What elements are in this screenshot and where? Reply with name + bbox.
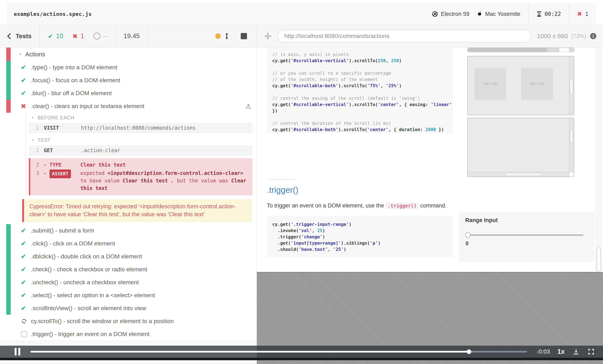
test-row[interactable]: ✔ .select() - select an option in a <sel… bbox=[0, 289, 257, 302]
test-label: .uncheck() - uncheck a checkbox element bbox=[31, 279, 139, 286]
duration-section: 19.45 bbox=[116, 25, 148, 47]
pause-button[interactable] bbox=[15, 348, 22, 355]
app-scrollbar-thumb[interactable] bbox=[597, 248, 601, 271]
horizontal-scrollbar-fragment[interactable] bbox=[467, 48, 575, 52]
test-section-header[interactable]: ▼ TEST bbox=[26, 136, 253, 145]
x-icon: ✖ bbox=[72, 33, 78, 40]
range-input-card: Range Input 0 bbox=[459, 212, 594, 262]
horizontal-scrollbar-thumb[interactable] bbox=[505, 173, 542, 176]
test-state-icon: ✔ bbox=[21, 266, 31, 273]
command-dash: - bbox=[43, 161, 49, 169]
refresh-icon bbox=[21, 318, 27, 324]
viewport-scale: (73%) bbox=[571, 33, 586, 39]
test-label: .clear() - clears an input or textarea e… bbox=[31, 103, 144, 110]
spec-name: examples/actions.spec.js bbox=[14, 11, 92, 17]
failed-test-detail: ▼ BEFORE EACH 1 VISIT http://localhost:8… bbox=[25, 113, 253, 196]
failure-count: ✖ 1 bbox=[569, 3, 596, 25]
fullscreen-button[interactable] bbox=[588, 348, 595, 355]
test-state-icon: ✔ bbox=[21, 253, 31, 260]
test-row[interactable]: ✔ .check() - check a checkbox or radio e… bbox=[0, 263, 257, 276]
command-number: 1 bbox=[29, 125, 44, 131]
os-info: Mac Yosemite bbox=[477, 11, 520, 17]
demo-square: 100 x 100 bbox=[521, 68, 553, 100]
test-label: .dblclick() - double click on a DOM elem… bbox=[31, 253, 142, 260]
command-name: TYPE bbox=[49, 161, 80, 169]
test-row[interactable]: ✔ .dblclick() - double click on a DOM el… bbox=[0, 250, 257, 263]
pending-box-icon bbox=[21, 331, 27, 337]
range-slider[interactable] bbox=[465, 232, 583, 238]
test-row[interactable]: ✔ .scrollIntoView() - scroll an element … bbox=[0, 302, 257, 315]
selector-playground-icon[interactable] bbox=[264, 32, 272, 41]
test-state-icon: ✔ bbox=[21, 227, 31, 234]
apple-icon bbox=[477, 11, 482, 17]
test-label: .scrollIntoView() - scroll an element in… bbox=[31, 305, 146, 312]
stop-button[interactable] bbox=[241, 33, 247, 39]
test-row[interactable]: ✔ .submit() - submit a form bbox=[0, 224, 257, 237]
test-section-label: TEST bbox=[38, 137, 51, 143]
seek-bar-thumb[interactable] bbox=[467, 349, 471, 354]
test-state-icon: ✔ bbox=[21, 305, 31, 312]
browser-label: Electron 59 bbox=[441, 11, 469, 17]
scrollbar-thumb[interactable] bbox=[467, 48, 547, 52]
test-state-icon: ✔ bbox=[21, 77, 31, 84]
scroll-arrows-icon bbox=[224, 32, 229, 40]
trigger-paragraph-text: command. bbox=[419, 203, 447, 209]
command-message: .action-clear bbox=[81, 148, 120, 153]
vertical-scrollbar-thumb[interactable] bbox=[570, 79, 573, 94]
auto-scroll-toggle[interactable] bbox=[215, 25, 229, 47]
before-each-label: BEFORE EACH bbox=[38, 115, 74, 121]
range-input-label: Range Input bbox=[465, 217, 498, 224]
vertical-scrollbar-thumb[interactable] bbox=[570, 130, 573, 143]
playback-rate-button[interactable]: 1x bbox=[557, 348, 565, 355]
back-to-tests-button[interactable]: Tests bbox=[0, 25, 40, 47]
test-row[interactable]: cy.scrollTo() - scroll the window or ele… bbox=[0, 315, 257, 328]
range-slider-thumb[interactable] bbox=[465, 232, 471, 238]
test-row[interactable]: .trigger() - trigger an event on a DOM e… bbox=[0, 328, 257, 341]
test-row[interactable]: ✔ .focus() - focus on a DOM element bbox=[0, 74, 257, 87]
test-row[interactable]: ✔ .blur() - blur off a DOM element bbox=[0, 87, 257, 100]
range-slider-track bbox=[465, 234, 583, 236]
test-label: .trigger() - trigger an event on a DOM e… bbox=[31, 331, 150, 338]
suite-actions[interactable]: ▼ Actions bbox=[0, 48, 257, 61]
electron-browser-icon bbox=[432, 11, 438, 17]
run-toolbar: Tests ✔ 10 ✖ 1 -- 19.45 bbox=[0, 25, 603, 48]
top-bar: examples/actions.spec.js Electron 59 Mac… bbox=[7, 3, 596, 25]
scrollable-vertical-demo: 100 x 100 100 x 100 bbox=[467, 56, 574, 115]
section-divider bbox=[268, 179, 295, 180]
assert-badge: ASSERT bbox=[49, 170, 71, 178]
test-label: .click() - click on a DOM element bbox=[31, 240, 115, 247]
scrollto-code-block: // (x axis, y axis) in pixelscy.get('#sc… bbox=[267, 48, 453, 133]
before-each-header[interactable]: ▼ BEFORE EACH bbox=[26, 113, 253, 122]
app-scrollbar-track[interactable] bbox=[595, 48, 602, 272]
timer: 00:22 bbox=[528, 3, 569, 25]
info-icon[interactable]: i bbox=[590, 33, 596, 39]
cypress-error-box: CypressError: Timed out retrying: expect… bbox=[22, 199, 252, 222]
seek-bar[interactable] bbox=[31, 349, 527, 354]
caret-down-icon: ▼ bbox=[31, 116, 34, 119]
download-button[interactable] bbox=[572, 348, 580, 355]
vertical-scrollbar-track[interactable] bbox=[569, 56, 574, 115]
timer-value: 00:22 bbox=[545, 11, 561, 17]
horizontal-scrollbar-track[interactable] bbox=[468, 172, 569, 177]
test-row[interactable]: ✔ .click() - click on a DOM element bbox=[0, 237, 257, 250]
test-row[interactable]: ✔ .uncheck() - uncheck a checkbox elemen… bbox=[0, 276, 257, 289]
duration-value: 19.45 bbox=[124, 32, 140, 40]
failed-count: 1 bbox=[81, 32, 84, 40]
command-log: ▼ Actions ✔ .type() - type into a DOM el… bbox=[0, 48, 257, 364]
command-row-visit[interactable]: 1 VISIT http://localhost:8080/commands/a… bbox=[29, 123, 253, 133]
command-row-get[interactable]: 1 GET .action-clear bbox=[29, 145, 253, 156]
test-state-icon bbox=[21, 318, 31, 324]
video-player-controls: -0:03 1x bbox=[0, 346, 603, 358]
vertical-scrollbar-track[interactable] bbox=[569, 118, 574, 177]
command-row-type[interactable]: 2 - TYPE Clear this text bbox=[30, 161, 249, 169]
test-state-icon: ✔ bbox=[21, 90, 31, 97]
command-row-assert[interactable]: 3 - ASSERT expected <input#description.f… bbox=[30, 170, 249, 192]
test-row[interactable]: ✖ .clear() - clears an input or textarea… bbox=[0, 100, 257, 113]
test-row[interactable]: ✔ .type() - type into a DOM element bbox=[0, 61, 257, 74]
os-label: Mac Yosemite bbox=[485, 11, 520, 17]
test-state-icon: ✔ bbox=[21, 64, 31, 71]
url-input[interactable]: http://localhost:8080/commands/actions bbox=[277, 30, 531, 42]
test-list-top: ✔ .type() - type into a DOM element ✔ .f… bbox=[0, 61, 257, 113]
test-label: cy.scrollTo() - scroll the window or ele… bbox=[31, 318, 174, 325]
passed-count: 10 bbox=[56, 32, 63, 40]
